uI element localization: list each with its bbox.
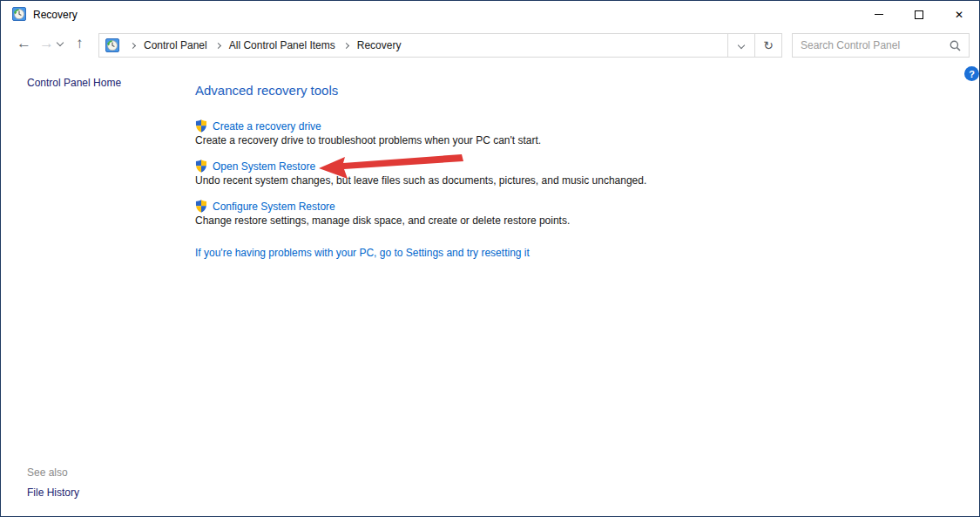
chevron-right-icon [130,42,136,48]
breadcrumb-item-control-panel[interactable]: Control Panel [144,39,207,51]
maximize-button[interactable] [899,1,939,28]
link-create-recovery-drive[interactable]: Create a recovery drive [195,119,321,133]
uac-shield-icon [195,119,207,133]
uac-shield-icon [195,160,207,173]
annotation-arrow [1,1,980,517]
link-open-system-restore[interactable]: Open System Restore [195,160,315,173]
link-label: Open System Restore [213,160,315,173]
minimize-icon [875,14,883,15]
chevron-right-icon [343,42,349,48]
recovery-window: Recovery ✕ ← → ↑ Control [0,0,980,517]
breadcrumb-item-recovery[interactable]: Recovery [357,39,402,51]
breadcrumb-item-all-control-panel-items[interactable]: All Control Panel Items [229,39,335,51]
navigation-bar: ← → ↑ Control Panel All Control Pan [1,28,979,61]
close-icon: ✕ [955,10,963,20]
breadcrumb-bar[interactable]: Control Panel All Control Panel Items Re… [98,33,782,58]
task-description: Change restore settings, manage disk spa… [195,214,570,227]
search-icon[interactable] [950,40,961,51]
window-title: Recovery [33,9,78,21]
link-label: Create a recovery drive [213,120,321,133]
search-box[interactable] [792,33,970,58]
search-input[interactable] [793,39,950,51]
address-dropdown-button[interactable] [727,34,754,57]
help-button[interactable]: ? [964,66,979,81]
up-button[interactable]: ↑ [76,36,84,51]
breadcrumb: Control Panel All Control Panel Items Re… [99,34,727,57]
chevron-down-icon [57,39,64,46]
minimize-button[interactable] [859,1,899,28]
link-label: Configure System Restore [213,201,335,213]
maximize-icon [915,10,923,19]
link-configure-system-restore[interactable]: Configure System Restore [195,200,335,213]
chevron-right-icon [215,42,221,48]
page-title: Advanced recovery tools [195,83,338,98]
task-description: Create a recovery drive to troubleshoot … [195,134,541,146]
recovery-icon [105,38,119,52]
title-bar: Recovery ✕ [1,1,979,28]
recovery-app-icon [12,7,26,21]
uac-shield-icon [195,200,207,213]
recent-pages-dropdown[interactable] [57,40,64,46]
task-description: Undo recent system changes, but leave fi… [195,174,646,187]
chevron-down-icon [738,42,745,49]
forward-button[interactable]: → [39,36,54,51]
sidebar-item-control-panel-home[interactable]: Control Panel Home [27,77,121,89]
close-button[interactable]: ✕ [939,1,979,28]
see-also-label: See also [27,466,68,479]
refresh-button[interactable]: ↻ [754,34,781,57]
sidebar-item-file-history[interactable]: File History [27,486,79,499]
back-button[interactable]: ← [17,36,31,51]
link-reset-pc-settings[interactable]: If you're having problems with your PC, … [195,247,530,259]
